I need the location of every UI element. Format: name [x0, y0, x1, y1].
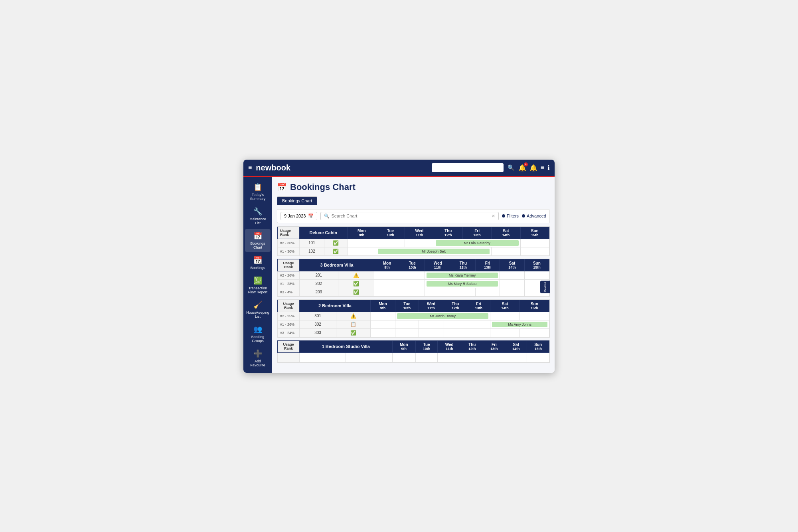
day-thu-12: Thu12th — [461, 340, 483, 352]
booking-cell[interactable]: Ms Amy Johns — [490, 320, 549, 328]
booking-bar[interactable]: Mr Joseph Belt — [378, 249, 490, 254]
room-number-cell: 302 — [300, 320, 336, 328]
usage-rank-header: Usage Rank — [278, 259, 300, 271]
status-cell: ✅ — [338, 279, 374, 288]
chart-search-input[interactable] — [331, 214, 490, 218]
booking-bar[interactable]: Mr Lola Gatenby — [436, 240, 519, 246]
one-bedroom-studio-villa-table: Usage Rank 1 Bedroom Studio Villa Mon9th… — [277, 340, 549, 362]
notification-icon[interactable]: 🔔 4 — [518, 164, 526, 172]
category-header: 3 Bedroom Villa — [300, 259, 374, 271]
waitlist-tab[interactable]: Waitlist — [540, 281, 550, 293]
advanced-button[interactable]: Advanced — [522, 214, 546, 218]
tab-bar: Bookings Chart — [277, 196, 550, 205]
day-fri-13: Fri13th — [476, 259, 500, 271]
sidebar-item-label: Transaction Flow Report — [247, 286, 269, 294]
day-thu-12: Thu12th — [434, 227, 462, 239]
day-cell — [405, 239, 434, 247]
room-number-cell: 303 — [300, 328, 336, 337]
sidebar-item-transaction-flow-report[interactable]: 💹 Transaction Flow Report — [245, 274, 271, 297]
day-cell — [500, 271, 524, 279]
sidebar-item-bookings[interactable]: 📆 Bookings — [245, 253, 271, 272]
day-mon-9: Mon9th — [374, 259, 400, 271]
bookings-icon: 📆 — [253, 256, 262, 265]
booking-cell[interactable]: Mr Joseph Belt — [376, 247, 491, 255]
sidebar-item-label: Today's Summary — [247, 193, 269, 201]
booking-groups-icon: 👥 — [253, 325, 262, 334]
sidebar-item-todays-summary[interactable]: 📋 Today's Summary — [245, 180, 271, 203]
booking-cell[interactable]: Ms Kiara Tierney — [425, 271, 500, 279]
date-value: 9 Jan 2023 — [284, 214, 306, 218]
usage-rank-header: Usage Rank — [278, 227, 300, 239]
tab-bookings-chart[interactable]: Bookings Chart — [277, 196, 317, 205]
day-cell — [451, 288, 475, 296]
global-search-input[interactable] — [432, 163, 504, 172]
day-sat-14: Sat14th — [490, 300, 519, 312]
sidebar-item-maintenance-list[interactable]: 🔧 Maintence List — [245, 205, 271, 227]
day-sun-15: Sun15th — [527, 340, 549, 352]
day-sun-15: Sun15th — [520, 227, 549, 239]
room-number-cell: 101 — [300, 239, 324, 247]
day-cell — [438, 352, 461, 362]
day-cell — [476, 288, 500, 296]
date-picker[interactable]: 9 Jan 2023 📅 — [280, 212, 317, 220]
day-fri-13: Fri13th — [483, 340, 505, 352]
room-number-cell: 102 — [300, 247, 324, 255]
day-cell — [395, 320, 419, 328]
sidebar-item-bookings-chart[interactable]: 📅 Bookings Chart — [245, 229, 271, 252]
alert-icon[interactable]: 🔔 — [529, 164, 537, 172]
ok-icon: ✅ — [353, 289, 359, 295]
sidebar-item-add-favourite[interactable]: ➕ Add Favourite — [245, 347, 271, 370]
room-number-cell: 202 — [300, 279, 338, 288]
ok-icon: ✅ — [350, 330, 356, 336]
menu-icon[interactable]: ≡ — [248, 164, 252, 171]
table-row: #1 - 30% 102 ✅ Mr Joseph Belt — [278, 247, 549, 255]
room-number-cell: 301 — [300, 312, 336, 320]
table-row: #1 - 26% 302 📋 Ms Amy Johns — [278, 320, 549, 328]
booking-cell[interactable]: Mr Lola Gatenby — [434, 239, 520, 247]
day-cell — [300, 352, 346, 362]
status-cell: ⚠️ — [336, 312, 370, 320]
day-cell — [374, 288, 400, 296]
filters-label: Filters — [507, 214, 519, 218]
booking-cell[interactable]: Ms Mary R Saltau — [425, 279, 500, 288]
section-deluxe-cabin: Usage Rank Deluxe Cabin Mon9th Tue10th W… — [277, 226, 550, 256]
chart-search-box[interactable]: 🔍 ✕ — [320, 212, 499, 220]
sidebar-item-label: Housekeeping List — [246, 310, 269, 318]
sidebar-item-booking-groups[interactable]: 👥 Booking Groups — [245, 322, 271, 345]
day-cell — [520, 239, 549, 247]
booking-cell[interactable]: Mr Justin Dovey — [395, 312, 490, 320]
day-cell — [490, 312, 519, 320]
search-icon[interactable]: 🔍 — [508, 164, 514, 171]
table-row: #2 - 25% 301 ⚠️ Mr Justin Dovey — [278, 312, 549, 320]
booking-bar[interactable]: Ms Mary R Saltau — [427, 281, 498, 287]
section-header-row: Usage Rank Deluxe Cabin Mon9th Tue10th W… — [278, 227, 549, 239]
status-cell: ✅ — [324, 239, 347, 247]
day-cell — [490, 328, 519, 337]
day-cell — [500, 288, 524, 296]
booking-bar[interactable]: Ms Amy Johns — [492, 322, 547, 327]
deluxe-cabin-table: Usage Rank Deluxe Cabin Mon9th Tue10th W… — [277, 227, 549, 256]
day-wed-11: Wed11th — [405, 227, 434, 239]
day-tue-10: Tue10th — [400, 259, 425, 271]
sidebar-item-housekeeping-list[interactable]: 🧹 Housekeeping List — [245, 298, 271, 321]
status-cell: ✅ — [336, 328, 370, 337]
usage-rank-cell: #2 - 25% — [278, 312, 300, 320]
sidebar-item-label: Add Favourite — [247, 359, 269, 367]
day-cell — [400, 279, 425, 288]
day-tue-10: Tue10th — [395, 300, 419, 312]
day-sat-14: Sat14th — [505, 340, 527, 352]
usage-rank-header: Usage Rank — [278, 300, 300, 312]
booking-bar[interactable]: Ms Kiara Tierney — [427, 273, 498, 278]
sidebar-item-label: Bookings — [250, 266, 265, 270]
info-icon[interactable]: ℹ — [547, 164, 550, 172]
booking-bar[interactable]: Mr Justin Dovey — [397, 313, 488, 319]
clear-search-icon[interactable]: ✕ — [492, 214, 495, 219]
day-tue-10: Tue10th — [416, 340, 438, 352]
usage-rank-cell: #3 - 24% — [278, 328, 300, 337]
filters-button[interactable]: Filters — [502, 214, 519, 218]
page-title-row: 📅 Bookings Chart — [277, 182, 550, 192]
day-cell — [520, 247, 549, 255]
day-sun-15: Sun15th — [519, 300, 549, 312]
usage-rank-cell: #1 - 30% — [278, 247, 300, 255]
list-icon[interactable]: ≡ — [541, 164, 544, 171]
